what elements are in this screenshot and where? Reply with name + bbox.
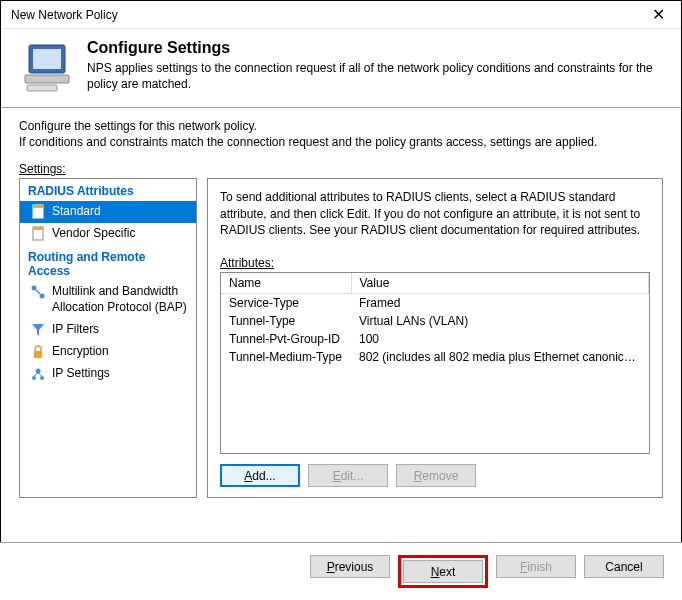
finish-button[interactable]: Finish <box>496 555 576 578</box>
sidebar-item-label: Multilink and Bandwidth Allocation Proto… <box>52 284 190 315</box>
main-panel: RADIUS Attributes Standard Vendor Specif… <box>1 178 681 498</box>
table-row[interactable]: Tunnel-Medium-Type 802 (includes all 802… <box>221 348 649 366</box>
header-icon <box>21 39 75 93</box>
cancel-button[interactable]: Cancel <box>584 555 664 578</box>
footer: Previous Next Finish Cancel <box>0 542 682 600</box>
page-title: Configure Settings <box>87 39 665 57</box>
cell-value: 100 <box>351 330 649 348</box>
svg-line-17 <box>38 373 42 376</box>
window-title: New Network Policy <box>11 8 118 22</box>
sidebar: RADIUS Attributes Standard Vendor Specif… <box>19 178 197 498</box>
cell-name: Tunnel-Medium-Type <box>221 348 351 366</box>
instruction-line1: Configure the settings for this network … <box>19 118 663 134</box>
attribute-buttons: Add... Edit... Remove <box>220 464 650 487</box>
sidebar-item-label: Standard <box>52 204 190 220</box>
content-description: To send additional attributes to RADIUS … <box>220 189 650 238</box>
cell-name: Tunnel-Pvt-Group-ID <box>221 330 351 348</box>
next-highlight: Next <box>398 555 488 588</box>
remove-button[interactable]: Remove <box>396 464 476 487</box>
sidebar-item-label: Encryption <box>52 344 190 360</box>
instructions: Configure the settings for this network … <box>1 108 681 158</box>
sidebar-item-vendor-specific[interactable]: Vendor Specific <box>20 223 196 245</box>
svg-point-9 <box>40 294 45 299</box>
edit-button[interactable]: Edit... <box>308 464 388 487</box>
svg-rect-5 <box>33 205 43 208</box>
svg-rect-7 <box>33 227 43 230</box>
previous-button[interactable]: Previous <box>310 555 390 578</box>
sidebar-item-ip-settings[interactable]: IP Settings <box>20 363 196 385</box>
svg-point-15 <box>40 376 44 380</box>
sidebar-item-encryption[interactable]: Encryption <box>20 341 196 363</box>
col-name[interactable]: Name <box>221 273 351 294</box>
table-row[interactable]: Tunnel-Pvt-Group-ID 100 <box>221 330 649 348</box>
network-icon <box>30 284 46 300</box>
cell-name: Tunnel-Type <box>221 312 351 330</box>
next-button[interactable]: Next <box>403 560 483 583</box>
col-value[interactable]: Value <box>351 273 649 294</box>
cell-value: Virtual LANs (VLAN) <box>351 312 649 330</box>
attributes-label: Attributes: <box>220 256 650 270</box>
svg-rect-2 <box>25 75 69 83</box>
table-row[interactable]: Service-Type Framed <box>221 293 649 312</box>
network-icon <box>30 366 46 382</box>
page-description: NPS applies settings to the connection r… <box>87 60 665 92</box>
filter-icon <box>30 322 46 338</box>
svg-point-8 <box>32 286 37 291</box>
sidebar-item-label: IP Settings <box>52 366 190 382</box>
attributes-table-wrap: Name Value Service-Type Framed Tunnel-Ty… <box>220 272 650 454</box>
svg-line-16 <box>34 373 38 376</box>
settings-label: Settings: <box>1 158 681 178</box>
document-icon <box>30 226 46 242</box>
instruction-line2: If conditions and constraints match the … <box>19 134 663 150</box>
sidebar-item-standard[interactable]: Standard <box>20 201 196 223</box>
table-row[interactable]: Tunnel-Type Virtual LANs (VLAN) <box>221 312 649 330</box>
add-button[interactable]: Add... <box>220 464 300 487</box>
sidebar-item-ip-filters[interactable]: IP Filters <box>20 319 196 341</box>
svg-rect-12 <box>34 351 42 358</box>
sidebar-item-label: IP Filters <box>52 322 190 338</box>
close-button[interactable]: ✕ <box>643 5 673 24</box>
svg-rect-3 <box>27 85 57 91</box>
sidebar-group-radius: RADIUS Attributes <box>20 179 196 201</box>
header-text: Configure Settings NPS applies settings … <box>87 39 665 93</box>
header: Configure Settings NPS applies settings … <box>1 29 681 107</box>
titlebar: New Network Policy ✕ <box>1 1 681 29</box>
content-panel: To send additional attributes to RADIUS … <box>207 178 663 498</box>
document-icon <box>30 204 46 220</box>
svg-line-10 <box>36 290 40 294</box>
svg-point-14 <box>32 376 36 380</box>
attributes-table[interactable]: Name Value Service-Type Framed Tunnel-Ty… <box>221 273 649 366</box>
cell-name: Service-Type <box>221 293 351 312</box>
sidebar-item-multilink[interactable]: Multilink and Bandwidth Allocation Proto… <box>20 281 196 318</box>
svg-marker-11 <box>32 324 44 336</box>
cell-value: 802 (includes all 802 media plus Etherne… <box>351 348 649 366</box>
table-header-row: Name Value <box>221 273 649 294</box>
cell-value: Framed <box>351 293 649 312</box>
sidebar-item-label: Vendor Specific <box>52 226 190 242</box>
svg-point-13 <box>36 368 41 373</box>
svg-rect-1 <box>33 49 61 69</box>
sidebar-group-routing: Routing and Remote Access <box>20 245 196 281</box>
lock-icon <box>30 344 46 360</box>
